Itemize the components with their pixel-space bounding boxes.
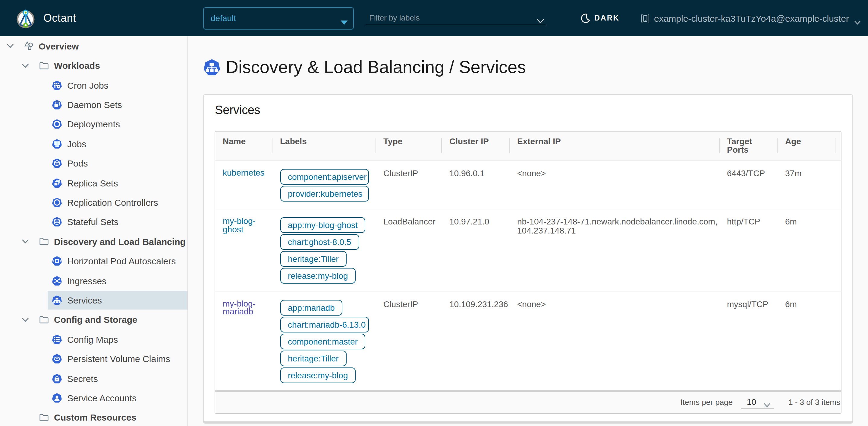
sidebar-item-config-maps[interactable]: Config Maps [0, 330, 187, 349]
sidebar-item-label: Replication Controllers [67, 197, 158, 207]
chevron-down-icon [536, 15, 544, 20]
sidebar-item-replica-sets[interactable]: Replica Sets [0, 173, 187, 193]
label-pill[interactable]: component:master [280, 333, 366, 349]
label-pill[interactable]: app:my-blog-ghost [280, 217, 366, 233]
column-header-target-ports[interactable]: Target Ports [719, 131, 778, 160]
sidebar-item-label: Jobs [67, 139, 86, 149]
column-header-age[interactable]: Age [778, 131, 835, 160]
sidebar-item-label: Config Maps [67, 334, 118, 344]
sidebar-item-label: Service Accounts [67, 393, 136, 403]
sidebar-item-ingresses[interactable]: Ingresses [0, 271, 187, 290]
column-header-labels[interactable]: Labels [273, 131, 376, 160]
filter-placeholder: Filter by labels [369, 13, 420, 22]
pod-icon [52, 158, 62, 168]
hpa-icon [52, 256, 62, 266]
sidebar-item-label: Custom Resources [54, 413, 136, 423]
sidebar-item-discovery-and-load-balancing[interactable]: Discovery and Load Balancing [0, 232, 187, 251]
sidebar-item-label: Config and Storage [54, 315, 137, 325]
label-pill[interactable]: app:mariadb [280, 300, 343, 315]
age-cell: 37m [778, 160, 835, 209]
sidebar-item-horizontal-pod-autoscalers[interactable]: Horizontal Pod Autoscalers [0, 251, 187, 271]
label-pill[interactable]: heritage:Tiller [280, 251, 347, 267]
job-icon [52, 139, 62, 149]
column-header-cluster-ip[interactable]: Cluster IP [442, 131, 510, 160]
column-header-label: Target Ports [727, 136, 752, 154]
sidebar-item-stateful-sets[interactable]: Stateful Sets [0, 212, 187, 232]
chevron-down-icon[interactable] [20, 314, 31, 325]
sidebar-item-replication-controllers[interactable]: Replication Controllers [0, 193, 187, 212]
sidebar-item-service-accounts[interactable]: Service Accounts [0, 388, 187, 407]
table-row-my-blog-mariadb: my-blog-mariadbapp:mariadbchart:mariadb-… [215, 291, 841, 390]
cluster-name: example-cluster-ka3TuTzYo4a@example-clus… [654, 13, 849, 23]
cluster-selector[interactable]: example-cluster-ka3TuTzYo4a@example-clus… [641, 0, 861, 36]
secret-icon [52, 373, 62, 384]
sidebar-item-label: Replica Sets [67, 178, 118, 188]
chevron-down-icon [855, 16, 861, 20]
label-pill[interactable]: chart:mariadb-6.13.0 [280, 316, 369, 332]
services-datagrid: NameLabelsTypeCluster IPExternal IPTarge… [215, 131, 841, 414]
type-cell: LoadBalancer [376, 209, 442, 291]
pagination-range: 1 - 3 of 3 items [788, 398, 840, 407]
sidebar-item-secrets[interactable]: Secrets [0, 369, 187, 388]
column-header-label: Cluster IP [450, 136, 489, 146]
sidebar-item-jobs[interactable]: Jobs [0, 134, 187, 153]
services-table: NameLabelsTypeCluster IPExternal IPTarge… [215, 131, 841, 390]
service-icon [203, 58, 221, 76]
service-link-my-blog-mariadb[interactable]: my-blog-mariadb [223, 299, 255, 316]
chevron-down-icon[interactable] [20, 236, 31, 247]
service-icon [52, 295, 62, 305]
table-header: NameLabelsTypeCluster IPExternal IPTarge… [215, 131, 841, 160]
dark-theme-toggle[interactable]: DARK [581, 0, 619, 36]
app-header: Octant default Filter by labels DARK exa… [0, 0, 868, 36]
octant-logo-icon [16, 8, 36, 28]
label-pill[interactable]: release:my-blog [280, 268, 355, 284]
spacer-cell [835, 160, 841, 209]
label-pill[interactable]: heritage:Tiller [280, 350, 347, 366]
card-title: Services [215, 102, 852, 117]
sidebar-item-label: Secrets [67, 373, 98, 384]
label-pill[interactable]: component:apiserver [280, 169, 369, 184]
pvc-icon [52, 353, 62, 364]
table-header-row: NameLabelsTypeCluster IPExternal IPTarge… [215, 131, 841, 160]
deployment-icon [52, 119, 62, 130]
chevron-down-icon[interactable] [20, 60, 31, 71]
sidebar-item-overview[interactable]: Overview [0, 36, 187, 56]
folder-icon [38, 314, 50, 325]
target-ports-cell: 6443/TCP [719, 160, 778, 209]
sidebar-item-deployments[interactable]: Deployments [0, 115, 187, 134]
column-header-label: Age [785, 136, 801, 146]
sidebar-item-workloads[interactable]: Workloads [0, 56, 187, 76]
sidebar-item-cron-jobs[interactable]: Cron Jobs [0, 76, 187, 95]
dark-toggle-label: DARK [594, 14, 619, 22]
caret-down-icon [340, 16, 347, 20]
table-row-my-blog-ghost: my-blog-ghostapp:my-blog-ghostchart:ghos… [215, 209, 841, 291]
namespace-select[interactable]: default [203, 7, 353, 29]
chevron-down-icon[interactable] [5, 41, 16, 52]
service-link-kubernetes[interactable]: kubernetes [223, 167, 265, 177]
filter-labels-input[interactable]: Filter by labels [366, 10, 546, 25]
external-ip-part: nb-104-237-148-71.newark.nodebalancer.li… [517, 217, 718, 226]
sidebar-item-custom-resources[interactable]: Custom Resources [0, 407, 187, 426]
label-pill[interactable]: provider:kubernetes [280, 186, 369, 201]
folder-icon [38, 236, 50, 247]
service-link-my-blog-ghost[interactable]: my-blog-ghost [223, 216, 255, 234]
label-pill[interactable]: release:my-blog [280, 367, 355, 383]
items-per-page-label: Items per page [681, 398, 733, 407]
external-ip-cell: <none> [510, 291, 719, 390]
sidebar-item-services[interactable]: Services [0, 290, 187, 310]
overview-icon [24, 41, 34, 52]
column-header-external-ip[interactable]: External IP [510, 131, 719, 160]
page-size-select[interactable]: 10 [741, 396, 774, 409]
column-header-name[interactable]: Name [215, 131, 273, 160]
sidebar-item-config-and-storage[interactable]: Config and Storage [0, 310, 187, 330]
column-header-spacer [835, 131, 841, 160]
statefulset-icon [52, 217, 62, 227]
label-pill[interactable]: chart:ghost-8.0.5 [280, 234, 359, 250]
column-header-type[interactable]: Type [376, 131, 442, 160]
column-header-label: Type [383, 136, 402, 146]
cluster-ip-cell: 10.97.21.0 [442, 209, 510, 291]
services-card: Services NameLabelsTypeCluster IPExterna… [203, 94, 852, 422]
sidebar-item-daemon-sets[interactable]: Daemon Sets [0, 95, 187, 115]
sidebar-item-persistent-volume-claims[interactable]: Persistent Volume Claims [0, 349, 187, 369]
sidebar-item-pods[interactable]: Pods [0, 153, 187, 173]
